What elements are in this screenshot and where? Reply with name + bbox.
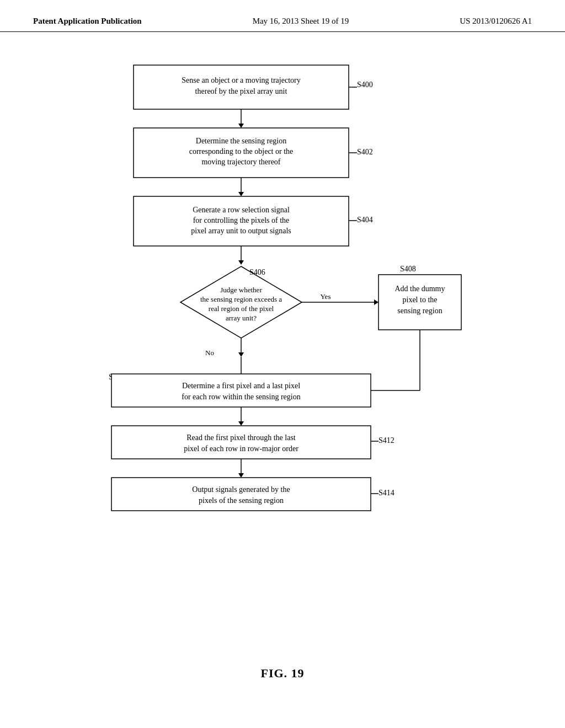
svg-text:Determine a first pixel and a : Determine a first pixel and a last pixel [182,382,300,390]
svg-text:S406: S406 [249,268,265,276]
header: Patent Application Publication May 16, 2… [0,0,565,32]
svg-text:S402: S402 [357,148,373,156]
s400-label: S400 [357,81,373,89]
page: Patent Application Publication May 16, 2… [0,0,565,728]
svg-text:S414: S414 [379,489,395,497]
svg-text:pixels of the sensing region: pixels of the sensing region [199,496,284,505]
svg-text:for controlling the pixels of : for controlling the pixels of the [193,216,290,224]
svg-text:the sensing region exceeds a: the sensing region exceeds a [200,295,282,303]
svg-text:real region of the pixel: real region of the pixel [209,304,274,313]
svg-text:S408: S408 [400,265,416,273]
svg-text:for each row within the sensin: for each row within the sensing region [182,393,300,401]
svg-marker-21 [238,260,244,265]
svg-text:pixel to the: pixel to the [403,296,438,304]
svg-rect-44 [111,374,371,407]
svg-text:moving trajectory thereof: moving trajectory thereof [201,158,280,166]
svg-text:No: No [205,349,214,357]
svg-marker-55 [238,473,244,478]
svg-text:array unit?: array unit? [226,314,257,322]
svg-text:Sense an object or a moving tr: Sense an object or a moving trajectory [182,76,300,84]
svg-text:Yes: Yes [321,292,331,301]
svg-text:pixel array unit to output sig: pixel array unit to output signals [191,227,291,235]
svg-text:sensing region: sensing region [397,307,442,315]
svg-text:S412: S412 [379,436,395,445]
svg-text:Add the dummy: Add the dummy [395,285,445,293]
svg-text:S404: S404 [357,216,373,224]
svg-text:pixel of each row in row-major: pixel of each row in row-major order [184,445,299,453]
svg-text:corresponding to the object or: corresponding to the object or the [189,147,294,156]
header-publication-label: Patent Application Publication [33,17,142,26]
header-date-sheet: May 16, 2013 Sheet 19 of 19 [253,17,349,26]
svg-text:Output signals generated by th: Output signals generated by the [192,485,290,494]
svg-marker-48 [238,421,244,426]
header-patent-number: US 2013/0120626 A1 [460,17,532,26]
flowchart-svg: Sense an object or a moving trajectory t… [56,54,509,650]
svg-rect-49 [111,426,371,459]
svg-text:Read the first pixel through t: Read the first pixel through the last [186,433,296,442]
diagram-area: Sense an object or a moving trajectory t… [0,32,565,714]
svg-marker-13 [238,192,244,196]
svg-marker-41 [238,352,244,357]
svg-marker-29 [374,299,379,305]
figure-caption: FIG. 19 [33,666,532,681]
svg-text:thereof by the pixel array uni: thereof by the pixel array unit [195,87,287,95]
svg-text:Judge whether: Judge whether [220,286,262,294]
svg-rect-56 [111,478,371,511]
svg-text:Determine the sensing region: Determine the sensing region [196,137,286,145]
svg-marker-5 [238,124,244,128]
svg-text:Generate a row selection signa: Generate a row selection signal [193,206,290,214]
